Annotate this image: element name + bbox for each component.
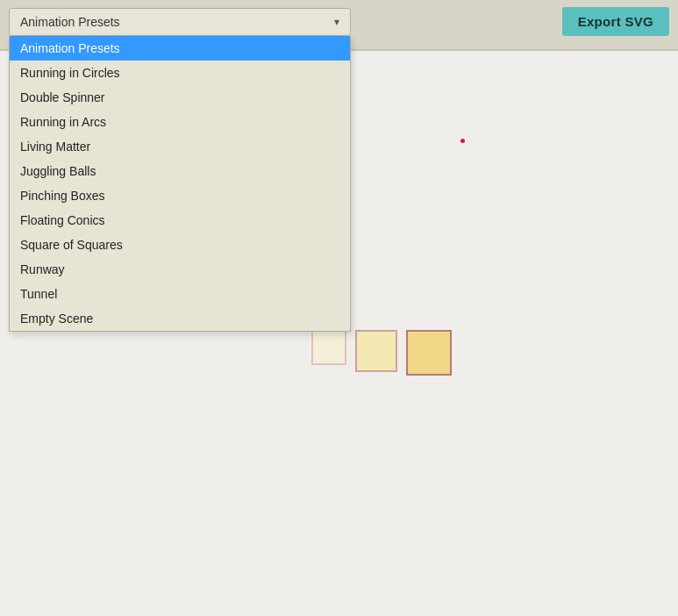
export-svg-button[interactable]: Export SVG	[562, 7, 669, 36]
dropdown-item-square-of-squares[interactable]: Square of Squares	[10, 233, 350, 257]
preset-dropdown-wrapper: Animation Presets ▾ Animation PresetsRun…	[9, 8, 351, 36]
dropdown-item-pinching-boxes[interactable]: Pinching Boxes	[10, 183, 350, 208]
dropdown-selected-label: Animation Presets	[20, 15, 120, 29]
dropdown-item-double-spinner[interactable]: Double Spinner	[10, 85, 350, 110]
square-3	[406, 330, 452, 376]
dropdown-item-running-in-arcs[interactable]: Running in Arcs	[10, 110, 350, 134]
dropdown-item-juggling-balls[interactable]: Juggling Balls	[10, 159, 350, 183]
square-2	[355, 330, 397, 372]
dropdown-item-tunnel[interactable]: Tunnel	[10, 282, 350, 306]
red-dot	[460, 139, 465, 143]
dropdown-item-empty-scene[interactable]: Empty Scene	[10, 306, 350, 331]
preset-dropdown-button[interactable]: Animation Presets ▾	[9, 8, 351, 36]
dropdown-item-runway[interactable]: Runway	[10, 257, 350, 282]
dropdown-item-animation-presets[interactable]: Animation Presets	[10, 36, 350, 61]
square-1	[311, 330, 346, 365]
chevron-down-icon: ▾	[334, 16, 339, 28]
dropdown-item-running-in-circles[interactable]: Running in Circles	[10, 61, 350, 85]
dropdown-item-floating-conics[interactable]: Floating Conics	[10, 208, 350, 233]
preset-dropdown-menu: Animation PresetsRunning in CirclesDoubl…	[9, 36, 351, 332]
squares-group	[311, 330, 452, 376]
top-bar: Animation Presets ▾ Animation PresetsRun…	[0, 0, 678, 43]
dropdown-item-living-matter[interactable]: Living Matter	[10, 134, 350, 159]
